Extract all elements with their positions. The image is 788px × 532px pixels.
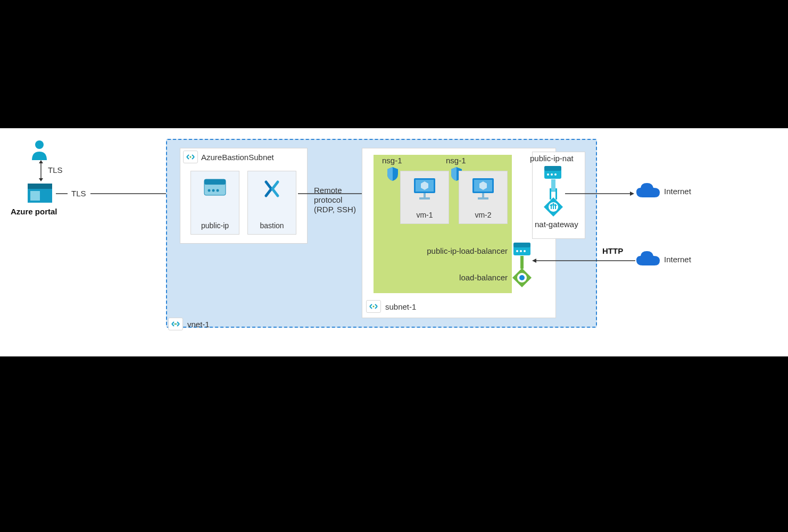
load-balancer-icon bbox=[512, 268, 532, 288]
http-label: HTTP bbox=[602, 246, 623, 255]
line-portal-tls bbox=[56, 193, 68, 194]
vm2-card: vm-2 bbox=[459, 171, 508, 224]
public-ip-nat-label: public-ip-nat bbox=[530, 154, 574, 163]
internet-label-1: Internet bbox=[664, 187, 691, 196]
svg-point-10 bbox=[175, 323, 177, 325]
svg-marker-3 bbox=[39, 178, 43, 181]
public-ip-card: public-ip bbox=[190, 171, 239, 235]
lb-connector bbox=[520, 256, 524, 269]
nsg-label-b: nsg-1 bbox=[446, 156, 466, 165]
svg-point-21 bbox=[373, 306, 375, 307]
svg-rect-33 bbox=[513, 243, 530, 247]
vnet-label: vnet-1 bbox=[187, 320, 210, 329]
svg-rect-30 bbox=[482, 193, 484, 197]
remote-proto-3: (RDP, SSH) bbox=[314, 205, 356, 214]
remote-proto-2: protocol bbox=[314, 195, 342, 204]
tls-label-1: TLS bbox=[48, 165, 63, 174]
user-icon bbox=[29, 139, 50, 160]
svg-marker-55 bbox=[532, 259, 536, 263]
svg-rect-37 bbox=[520, 256, 524, 269]
vm1-label: vm-1 bbox=[401, 211, 449, 219]
arrow-nat-internet bbox=[565, 191, 634, 196]
public-ip-lb-label: public-ip-load-balancer bbox=[410, 246, 508, 255]
bastion-subnet-badge-icon bbox=[183, 151, 198, 163]
svg-point-36 bbox=[524, 250, 526, 252]
arrow-user-portal bbox=[38, 160, 44, 181]
cloud-icon-1 bbox=[635, 181, 661, 200]
svg-rect-26 bbox=[419, 197, 430, 200]
vm2-label: vm-2 bbox=[459, 211, 507, 219]
bastion-card: bastion bbox=[247, 171, 296, 235]
nsg-label-a: nsg-1 bbox=[382, 156, 402, 165]
svg-rect-46 bbox=[551, 179, 555, 191]
cloud-icon-2 bbox=[635, 250, 661, 268]
svg-point-34 bbox=[516, 250, 518, 252]
nat-gateway-icon bbox=[543, 196, 564, 218]
svg-point-43 bbox=[547, 173, 549, 176]
svg-rect-25 bbox=[424, 193, 426, 197]
svg-point-18 bbox=[217, 189, 219, 192]
svg-point-11 bbox=[174, 323, 175, 325]
load-balancer-label: load-balancer bbox=[450, 273, 508, 282]
vm1-icon bbox=[401, 177, 449, 201]
vnet-badge-icon bbox=[168, 318, 183, 330]
shield-icon-1 bbox=[386, 167, 399, 181]
svg-point-17 bbox=[212, 189, 215, 192]
svg-marker-53 bbox=[630, 192, 634, 196]
svg-point-44 bbox=[551, 173, 553, 176]
svg-point-16 bbox=[208, 189, 211, 192]
subnet1-label: subnet-1 bbox=[385, 302, 416, 311]
nat-gateway-label: nat-gateway bbox=[535, 220, 578, 229]
svg-rect-15 bbox=[204, 179, 226, 185]
public-ip-nat-icon bbox=[544, 165, 562, 179]
tls-label-2: TLS bbox=[71, 189, 86, 198]
diagram-canvas: TLS Azure portal TLS vnet-1 AzureBastion… bbox=[0, 128, 788, 356]
svg-point-40 bbox=[519, 275, 525, 280]
vm2-icon bbox=[459, 177, 507, 201]
public-ip-icon bbox=[191, 177, 239, 198]
svg-point-12 bbox=[177, 323, 178, 325]
subnet1-badge-icon bbox=[366, 300, 381, 313]
bastion-subnet-label: AzureBastionSubnet bbox=[201, 153, 274, 162]
bastion-label: bastion bbox=[248, 221, 296, 230]
svg-point-35 bbox=[520, 250, 522, 252]
arrow-http bbox=[532, 258, 635, 263]
azure-portal-label: Azure portal bbox=[11, 207, 57, 216]
svg-rect-6 bbox=[30, 191, 40, 201]
azure-portal-icon bbox=[28, 184, 52, 203]
svg-point-0 bbox=[35, 140, 44, 149]
vm1-card: vm-1 bbox=[400, 171, 449, 224]
public-ip-label: public-ip bbox=[191, 221, 239, 230]
bastion-icon bbox=[248, 177, 296, 201]
internet-label-2: Internet bbox=[664, 255, 691, 264]
svg-point-45 bbox=[554, 173, 557, 176]
svg-rect-5 bbox=[28, 184, 52, 189]
svg-marker-2 bbox=[39, 160, 43, 163]
svg-point-13 bbox=[190, 156, 192, 158]
svg-rect-42 bbox=[544, 166, 561, 171]
svg-rect-31 bbox=[478, 197, 488, 200]
public-ip-lb-icon bbox=[513, 242, 531, 256]
